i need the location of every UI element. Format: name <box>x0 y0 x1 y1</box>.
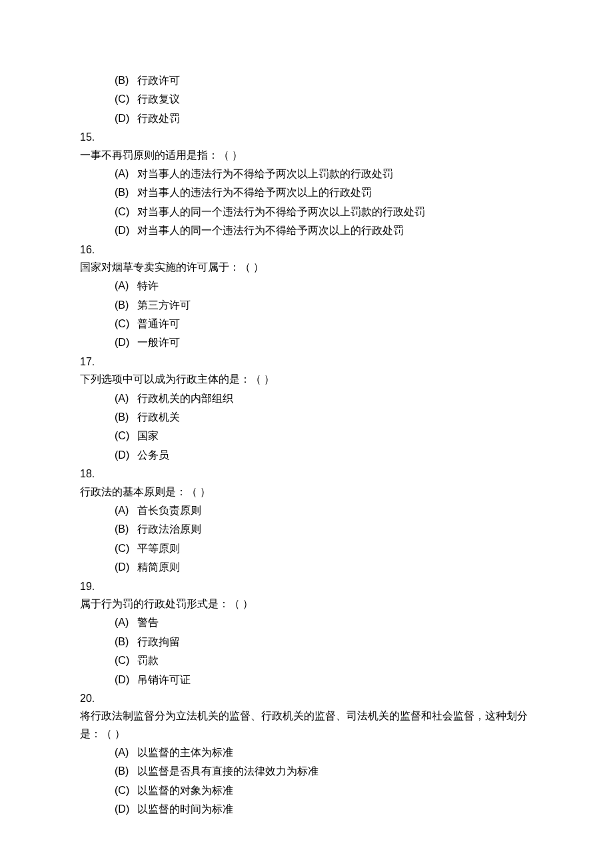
option-label: (A) <box>115 390 137 407</box>
option-line: (C) 普通许可 <box>115 315 533 333</box>
option-label: (D) <box>115 110 137 127</box>
question-18-options: (A) 首长负责原则 (B) 行政法治原则 (C) 平等原则 (D) 精简原则 <box>80 502 533 577</box>
question-stem: 下列选项中可以成为行政主体的是：（ ） <box>80 371 533 388</box>
question-number: 19. <box>80 578 533 595</box>
option-line: (D) 精简原则 <box>115 559 533 576</box>
option-line: (D) 公务员 <box>115 447 533 464</box>
option-text: 第三方许可 <box>137 297 191 314</box>
option-text: 精简原则 <box>137 559 180 576</box>
option-label: (B) <box>115 72 137 89</box>
option-line: (A) 特许 <box>115 277 533 295</box>
option-label: (C) <box>115 427 137 445</box>
question-stem: 国家对烟草专卖实施的许可属于：（ ） <box>80 259 533 276</box>
option-line: (C) 以监督的对象为标准 <box>115 782 533 799</box>
option-label: (A) <box>115 277 137 295</box>
option-line: (A) 以监督的主体为标准 <box>115 744 533 761</box>
option-text: 公务员 <box>137 447 169 464</box>
option-text: 对当事人的同一个违法行为不得给予两次以上罚款的行政处罚 <box>137 203 425 221</box>
option-line: (B) 行政许可 <box>115 72 533 89</box>
option-label: (D) <box>115 447 137 464</box>
option-line: (B) 行政法治原则 <box>115 521 533 538</box>
option-text: 国家 <box>137 427 159 445</box>
option-text: 以监督是否具有直接的法律效力为标准 <box>137 763 318 780</box>
option-text: 行政许可 <box>137 72 180 89</box>
question-14-options-partial: (B) 行政许可 (C) 行政复议 (D) 行政处罚 <box>80 72 533 127</box>
option-label: (B) <box>115 763 137 780</box>
option-text: 普通许可 <box>137 315 180 333</box>
question-stem: 行政法的基本原则是：（ ） <box>80 483 533 501</box>
option-text: 行政机关的内部组织 <box>137 390 233 407</box>
option-line: (D) 吊销许可证 <box>115 671 533 689</box>
option-line: (C) 国家 <box>115 427 533 445</box>
question-number: 16. <box>80 241 533 259</box>
option-text: 行政法治原则 <box>137 521 201 538</box>
option-line: (D) 一般许可 <box>115 334 533 351</box>
option-text: 平等原则 <box>137 540 180 557</box>
option-text: 以监督的对象为标准 <box>137 782 233 799</box>
option-line: (B) 行政机关 <box>115 409 533 426</box>
question-number: 20. <box>80 690 533 707</box>
option-text: 一般许可 <box>137 334 180 351</box>
option-label: (D) <box>115 671 137 689</box>
option-label: (A) <box>115 502 137 519</box>
option-label: (C) <box>115 652 137 669</box>
option-text: 行政复议 <box>137 91 180 108</box>
option-label: (A) <box>115 614 137 631</box>
option-label: (D) <box>115 334 137 351</box>
question-19-options: (A) 警告 (B) 行政拘留 (C) 罚款 (D) 吊销许可证 <box>80 614 533 689</box>
option-label: (C) <box>115 315 137 333</box>
option-line: (C) 罚款 <box>115 652 533 669</box>
question-stem: 将行政法制监督分为立法机关的监督、行政机关的监督、司法机关的监督和社会监督，这种… <box>80 707 533 743</box>
option-label: (A) <box>115 744 137 761</box>
option-text: 对当事人的违法行为不得给予两次以上罚款的行政处罚 <box>137 165 393 183</box>
question-stem: 属于行为罚的行政处罚形式是：（ ） <box>80 595 533 613</box>
option-line: (B) 对当事人的违法行为不得给予两次以上的行政处罚 <box>115 184 533 201</box>
option-text: 行政拘留 <box>137 633 180 651</box>
option-label: (B) <box>115 409 137 426</box>
option-label: (B) <box>115 184 137 201</box>
option-label: (C) <box>115 540 137 557</box>
option-line: (D) 以监督的时间为标准 <box>115 801 533 818</box>
question-15-options: (A) 对当事人的违法行为不得给予两次以上罚款的行政处罚 (B) 对当事人的违法… <box>80 165 533 240</box>
option-text: 以监督的主体为标准 <box>137 744 233 761</box>
option-label: (B) <box>115 633 137 651</box>
option-label: (D) <box>115 801 137 818</box>
option-line: (A) 警告 <box>115 614 533 631</box>
option-label: (C) <box>115 203 137 221</box>
question-20-options: (A) 以监督的主体为标准 (B) 以监督是否具有直接的法律效力为标准 (C) … <box>80 744 533 819</box>
question-number: 18. <box>80 465 533 483</box>
question-number: 15. <box>80 129 533 146</box>
option-line: (C) 行政复议 <box>115 91 533 108</box>
question-number: 17. <box>80 353 533 371</box>
option-label: (A) <box>115 165 137 183</box>
option-label: (B) <box>115 297 137 314</box>
option-text: 对当事人的同一个违法行为不得给予两次以上的行政处罚 <box>137 222 404 239</box>
option-line: (D) 对当事人的同一个违法行为不得给予两次以上的行政处罚 <box>115 222 533 239</box>
option-label: (B) <box>115 521 137 538</box>
question-16-options: (A) 特许 (B) 第三方许可 (C) 普通许可 (D) 一般许可 <box>80 277 533 352</box>
option-line: (B) 以监督是否具有直接的法律效力为标准 <box>115 763 533 780</box>
option-line: (A) 行政机关的内部组织 <box>115 390 533 407</box>
option-text: 首长负责原则 <box>137 502 201 519</box>
option-text: 特许 <box>137 277 159 295</box>
option-text: 吊销许可证 <box>137 671 191 689</box>
option-label: (C) <box>115 91 137 108</box>
option-text: 对当事人的违法行为不得给予两次以上的行政处罚 <box>137 184 372 201</box>
option-label: (D) <box>115 222 137 239</box>
option-text: 罚款 <box>137 652 159 669</box>
option-line: (B) 行政拘留 <box>115 633 533 651</box>
question-17-options: (A) 行政机关的内部组织 (B) 行政机关 (C) 国家 (D) 公务员 <box>80 390 533 465</box>
option-text: 行政处罚 <box>137 110 180 127</box>
option-text: 警告 <box>137 614 159 631</box>
option-text: 行政机关 <box>137 409 180 426</box>
option-line: (C) 对当事人的同一个违法行为不得给予两次以上罚款的行政处罚 <box>115 203 533 221</box>
option-label: (C) <box>115 782 137 799</box>
option-text: 以监督的时间为标准 <box>137 801 233 818</box>
option-line: (A) 对当事人的违法行为不得给予两次以上罚款的行政处罚 <box>115 165 533 183</box>
option-line: (C) 平等原则 <box>115 540 533 557</box>
question-stem: 一事不再罚原则的适用是指：（ ） <box>80 147 533 164</box>
option-line: (D) 行政处罚 <box>115 110 533 127</box>
option-line: (B) 第三方许可 <box>115 297 533 314</box>
option-label: (D) <box>115 559 137 576</box>
option-line: (A) 首长负责原则 <box>115 502 533 519</box>
